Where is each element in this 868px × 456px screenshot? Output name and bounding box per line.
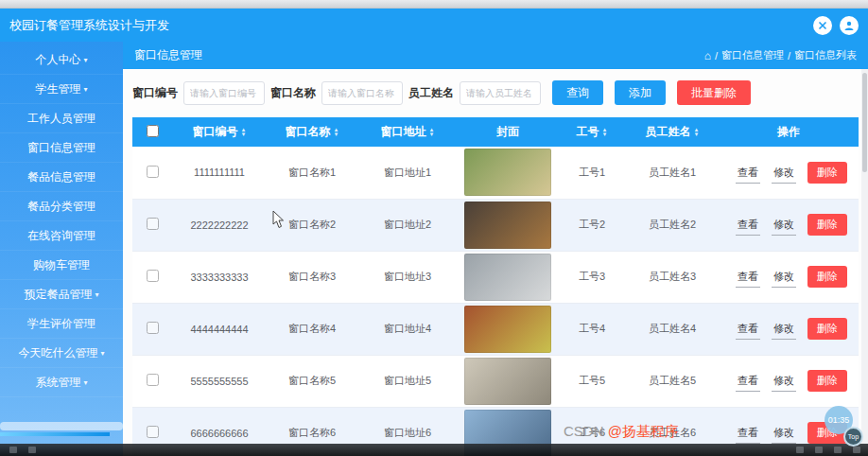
batch-delete-button[interactable]: 批量删除 [677,80,751,105]
sidebar-item[interactable]: 个人中心▾ [0,45,123,75]
column-label: 操作 [777,125,800,138]
delete-button[interactable]: 删除 [807,162,847,184]
row-checkbox[interactable] [147,426,159,438]
sidebar-item[interactable]: 学生管理▾ [0,75,123,104]
window-no-cell: 2222222222 [190,219,248,231]
edit-button[interactable]: 修改 [772,424,796,444]
view-button[interactable]: 查看 [736,424,760,444]
sidebar-item[interactable]: 窗口信息管理 [0,133,123,163]
cover-image[interactable] [464,306,551,353]
employee-name-input[interactable] [460,81,541,105]
sidebar-item[interactable]: 购物车管理 [0,251,123,280]
column-header[interactable]: 窗口编号▲▼ [172,117,267,147]
view-button[interactable]: 查看 [736,320,760,340]
sidebar-item[interactable]: 今天吃什么管理▾ [0,339,123,368]
sort-icon[interactable]: ▲▼ [694,128,700,137]
window-no-cell: 6666666666 [190,428,248,439]
breadcrumb-item[interactable]: 窗口信息列表 [794,48,857,62]
close-icon[interactable] [813,16,832,35]
column-header[interactable]: 窗口地址▲▼ [357,117,458,147]
breadcrumb-item[interactable]: 窗口信息管理 [721,48,784,62]
window-name-label: 窗口名称 [270,85,316,101]
scrollbar-thumb[interactable] [862,73,867,172]
sort-icon[interactable]: ▲▼ [241,128,247,137]
breadcrumb-separator: / [715,50,718,61]
window-name-input[interactable] [321,81,403,105]
job-no-cell: 工号1 [579,167,605,178]
scrollbar[interactable] [861,69,868,444]
chevron-down-icon: ▾ [83,56,87,64]
sidebar-item-label: 餐品分类管理 [27,199,95,215]
video-chrome-top [0,0,868,9]
breadcrumb-separator: / [788,50,790,61]
delete-button[interactable]: 删除 [807,266,847,288]
row-checkbox[interactable] [147,270,159,282]
table-header-row: 窗口编号▲▼窗口名称▲▼窗口地址▲▼封面工号▲▼员工姓名▲▼操作 [132,117,859,147]
sidebar-item-label: 餐品信息管理 [27,169,95,185]
window-no-input[interactable] [183,81,265,105]
sort-icon[interactable]: ▲▼ [429,128,435,137]
delete-button[interactable]: 删除 [807,370,847,392]
query-button[interactable]: 查询 [552,80,603,105]
video-control-icon[interactable] [9,447,17,453]
header-icons [813,16,859,35]
cover-image[interactable] [464,254,551,301]
video-control-icon[interactable] [834,447,842,453]
cover-image[interactable] [464,149,551,196]
sidebar-item[interactable]: 在线咨询管理 [0,221,123,251]
edit-button[interactable]: 修改 [772,164,796,184]
breadcrumb: ⌂ / 窗口信息管理 / 窗口信息列表 [704,48,857,62]
column-header[interactable]: 工号▲▼ [558,117,626,147]
column-header[interactable]: 员工姓名▲▼ [626,117,719,147]
window-address-cell: 窗口地址6 [384,427,431,438]
user-icon[interactable] [840,16,859,35]
select-all-checkbox[interactable] [147,125,159,137]
window-name-cell: 窗口名称6 [288,427,336,438]
sort-icon[interactable]: ▲▼ [602,128,608,137]
sidebar-item[interactable]: 预定餐品管理▾ [0,280,123,309]
add-button[interactable]: 添加 [615,80,666,105]
video-control-icon[interactable] [815,447,823,453]
employee-name-label: 员工姓名 [408,85,454,101]
cover-image[interactable] [464,358,551,405]
video-control-icon[interactable] [796,447,804,453]
video-control-icon[interactable] [28,447,36,453]
table-row: 4444444444窗口名称4窗口地址4工号4员工姓名4查看修改删除 [132,303,859,355]
sidebar-item[interactable]: 餐品信息管理 [0,163,123,192]
view-button[interactable]: 查看 [736,268,760,288]
row-checkbox[interactable] [147,374,159,386]
window-address-cell: 窗口地址4 [384,323,431,334]
select-all-cell [132,117,172,147]
sidebar-item[interactable]: 系统管理▾ [0,368,123,397]
column-header[interactable]: 窗口名称▲▼ [267,117,357,147]
home-icon[interactable]: ⌂ [704,49,711,62]
sidebar-item[interactable]: 学生评价管理 [0,309,123,339]
sidebar-item[interactable]: 餐品分类管理 [0,192,123,221]
cover-image[interactable] [464,202,551,249]
job-no-cell: 工号3 [579,271,605,282]
edit-button[interactable]: 修改 [772,268,796,288]
back-to-top-button[interactable]: Top [843,427,863,447]
table-row: 3333333333窗口名称3窗口地址3工号3员工姓名3查看修改删除 [132,251,859,303]
row-checkbox[interactable] [147,218,159,230]
edit-button[interactable]: 修改 [772,320,796,340]
mouse-cursor [272,210,286,229]
sidebar-item[interactable]: 工作人员管理 [0,104,123,133]
video-control-icon[interactable] [853,447,860,453]
delete-button[interactable]: 删除 [807,214,847,236]
edit-button[interactable]: 修改 [772,372,796,392]
view-button[interactable]: 查看 [736,372,760,392]
sort-icon[interactable]: ▲▼ [334,128,339,137]
employee-name-cell: 员工姓名3 [649,271,696,282]
row-checkbox[interactable] [147,322,159,334]
table-body: 1111111111窗口名称1窗口地址1工号1员工姓名1查看修改删除222222… [132,147,859,456]
edit-button[interactable]: 修改 [772,216,796,236]
video-progress-bar[interactable] [0,432,110,436]
view-button[interactable]: 查看 [736,164,760,184]
chevron-down-icon: ▾ [83,378,87,387]
window-no-label: 窗口编号 [132,85,178,101]
view-button[interactable]: 查看 [736,216,760,236]
delete-button[interactable]: 删除 [807,318,847,340]
video-progress-track[interactable] [0,422,123,430]
row-checkbox[interactable] [147,166,159,178]
